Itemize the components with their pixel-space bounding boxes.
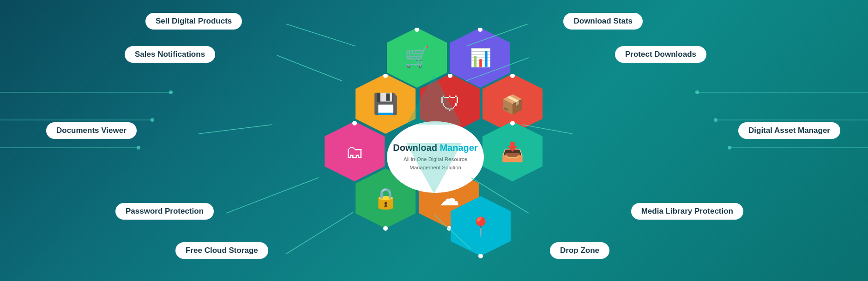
svg-point-5 (137, 146, 140, 149)
svg-point-53 (478, 254, 483, 258)
background: Sell Digital Products Download Stats Sal… (0, 0, 868, 281)
download-hex: 📥 (482, 121, 542, 191)
svg-text:📊: 📊 (470, 47, 492, 68)
svg-text:📥: 📥 (501, 141, 524, 163)
download-stats-label: Download Stats (563, 13, 643, 30)
svg-line-18 (199, 125, 272, 134)
svg-point-3 (169, 90, 173, 94)
svg-text:🔒: 🔒 (373, 186, 398, 210)
pin-hex: 📍 (451, 196, 511, 265)
center-subtitle: All in-One Digital ResourceManagement So… (404, 155, 467, 172)
media-library-label: Media Library Protection (631, 203, 743, 220)
title-blue: Manager (440, 143, 477, 153)
center-title: Download Manager (393, 142, 477, 153)
protect-downloads-label: Protect Downloads (615, 46, 706, 63)
digital-asset-label: Digital Asset Manager (738, 122, 840, 139)
title-black: Download (393, 143, 437, 153)
svg-point-11 (728, 146, 731, 149)
svg-point-47 (383, 226, 388, 231)
svg-point-10 (714, 118, 717, 122)
svg-text:📍: 📍 (469, 215, 492, 238)
password-protection-label: Password Protection (115, 203, 214, 220)
svg-text:🛒: 🛒 (404, 45, 430, 69)
svg-text:💾: 💾 (373, 92, 398, 116)
svg-line-20 (226, 178, 319, 213)
sell-digital-label: Sell Digital Products (145, 13, 242, 30)
svg-text:🛡: 🛡 (440, 92, 460, 115)
free-cloud-label: Free Cloud Storage (175, 242, 268, 259)
sales-notifications-label: Sales Notifications (125, 46, 215, 63)
svg-point-9 (695, 90, 699, 94)
drop-zone-label: Drop Zone (550, 242, 609, 259)
svg-text:🗂: 🗂 (345, 142, 364, 162)
documents-viewer-label: Documents Viewer (46, 122, 137, 139)
svg-point-4 (151, 118, 154, 122)
svg-text:📦: 📦 (501, 93, 524, 115)
